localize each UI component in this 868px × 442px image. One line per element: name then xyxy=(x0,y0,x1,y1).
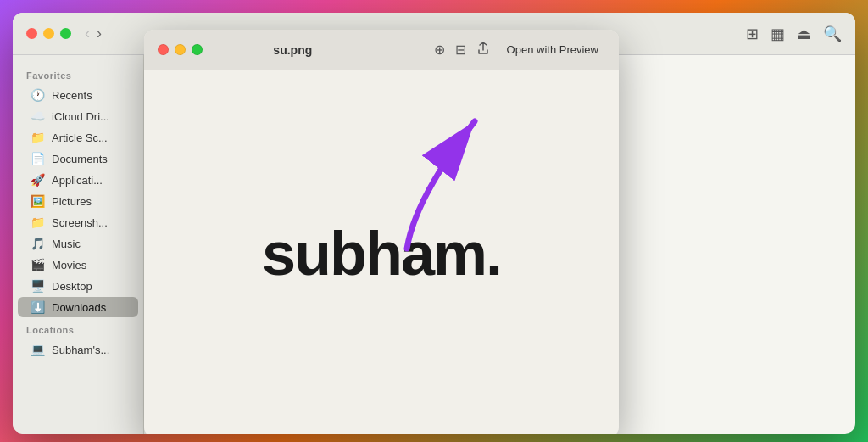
sidebar-item-label-pictures: Pictures xyxy=(52,195,92,208)
gallery-view-icon[interactable]: ▦ xyxy=(771,25,785,43)
sidebar-item-label-recents: Recents xyxy=(52,89,92,102)
sidebar-item-label-desktop: Desktop xyxy=(52,280,92,293)
open-with-preview-button[interactable]: Open with Preview xyxy=(500,55,605,59)
subham-logo-text: subham. xyxy=(262,219,501,288)
screenshots-icon: 📁 xyxy=(30,215,45,229)
applications-icon: 🚀 xyxy=(30,173,45,187)
sidebar-item-label-movies: Movies xyxy=(52,259,86,271)
forward-arrow-icon[interactable]: › xyxy=(97,25,102,42)
sidebar-item-documents[interactable]: 📄 Documents xyxy=(18,148,138,169)
locations-label: Locations xyxy=(13,318,143,338)
sidebar-item-icloud[interactable]: ☁️ iCloud Dri... xyxy=(18,106,138,126)
sidebar-item-label-applications: Applicati... xyxy=(52,174,103,187)
quicklook-titlebar: su.png ⊕ ⊟ Open with Preview xyxy=(144,55,619,70)
quicklook-content: subham. xyxy=(144,70,619,434)
sidebar-item-music[interactable]: 🎵 Music xyxy=(18,233,138,254)
toolbar-right: ⊞ ▦ ⏏ 🔍 xyxy=(746,25,842,43)
maximize-button[interactable] xyxy=(60,28,71,39)
finder-window: ‹ › ⊞ ▦ ⏏ 🔍 Favorites 🕐 Recents ☁️ iClou… xyxy=(13,13,855,434)
sidebar: Favorites 🕐 Recents ☁️ iCloud Dri... 📁 A… xyxy=(13,55,144,434)
music-icon: 🎵 xyxy=(30,237,45,250)
search-icon[interactable]: 🔍 xyxy=(823,25,842,43)
sidebar-item-pictures[interactable]: 🖼️ Pictures xyxy=(18,191,138,211)
copy-icon[interactable]: ⊟ xyxy=(455,55,466,58)
sidebar-item-applications[interactable]: 🚀 Applicati... xyxy=(18,170,138,190)
sidebar-item-screenshots[interactable]: 📁 Screensh... xyxy=(18,212,138,232)
sidebar-item-subhams[interactable]: 💻 Subham's... xyxy=(18,339,138,360)
movies-icon: 🎬 xyxy=(30,258,45,271)
sidebar-item-label-screenshots: Screensh... xyxy=(52,216,108,229)
recents-icon: 🕐 xyxy=(30,88,45,102)
sidebar-item-articles[interactable]: 📁 Article Sc... xyxy=(18,127,138,148)
documents-icon: 📄 xyxy=(30,152,45,165)
downloads-icon: ⬇️ xyxy=(30,300,45,314)
ql-toolbar-icons: ⊕ ⊟ Open with Preview xyxy=(434,55,605,59)
finder-body: Favorites 🕐 Recents ☁️ iCloud Dri... 📁 A… xyxy=(13,55,855,434)
pictures-icon: 🖼️ xyxy=(30,194,45,208)
minimize-button[interactable] xyxy=(43,28,54,39)
eject-icon[interactable]: ⏏ xyxy=(797,25,811,43)
sidebar-item-recents[interactable]: 🕐 Recents xyxy=(18,85,138,105)
articles-icon: 📁 xyxy=(30,131,45,144)
favorites-label: Favorites xyxy=(13,64,143,84)
sidebar-item-label-icloud: iCloud Dri... xyxy=(52,110,109,123)
columns-view-icon[interactable]: ⊞ xyxy=(746,25,759,43)
sidebar-item-movies[interactable]: 🎬 Movies xyxy=(18,255,138,275)
sidebar-item-downloads[interactable]: ⬇️ Downloads xyxy=(18,297,138,317)
desktop-icon: 🖥️ xyxy=(30,279,45,293)
traffic-lights xyxy=(26,28,71,39)
sidebar-item-label-articles: Article Sc... xyxy=(52,131,108,144)
sidebar-item-label-subhams: Subham's... xyxy=(52,344,109,356)
sidebar-item-label-downloads: Downloads xyxy=(52,301,106,314)
quicklook-window: su.png ⊕ ⊟ Open with Preview xyxy=(144,55,619,434)
nav-arrows: ‹ › xyxy=(85,25,102,42)
sidebar-item-label-music: Music xyxy=(52,238,81,250)
sidebar-item-desktop[interactable]: 🖥️ Desktop xyxy=(18,276,138,296)
annotation-icon[interactable]: ⊕ xyxy=(434,55,445,58)
computer-icon: 💻 xyxy=(30,343,45,356)
share-icon[interactable] xyxy=(476,55,490,59)
close-button[interactable] xyxy=(26,28,37,39)
quicklook-filename: su.png xyxy=(164,55,422,57)
back-arrow-icon[interactable]: ‹ xyxy=(85,25,90,42)
icloud-icon: ☁️ xyxy=(30,109,45,123)
sidebar-item-label-documents: Documents xyxy=(52,153,108,165)
